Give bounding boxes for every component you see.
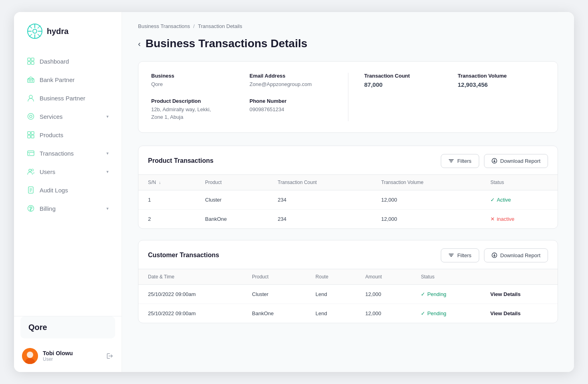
- business-icon: [27, 94, 35, 102]
- customer-transactions-actions: Filters Download Report: [441, 248, 548, 262]
- table-row: 25/10/2022 09:00am BankOne Lend 12,000 ✓…: [138, 304, 558, 323]
- download-icon: [492, 252, 497, 258]
- back-button[interactable]: ‹: [138, 39, 141, 48]
- user-role: User: [43, 356, 101, 362]
- col-route: Route: [306, 269, 356, 284]
- user-name: Tobi Olowu: [43, 350, 101, 356]
- sidebar-item-label: Services: [40, 113, 63, 120]
- cell-date: 25/10/2022 09:00am: [138, 304, 242, 323]
- sidebar-item-users[interactable]: Users ▾: [14, 162, 122, 181]
- svg-line-8: [38, 26, 40, 28]
- col-action: [481, 269, 558, 284]
- svg-rect-27: [29, 154, 30, 154]
- cell-count: 234: [268, 209, 372, 228]
- x-icon: ✕: [490, 216, 495, 222]
- svg-rect-21: [28, 132, 30, 134]
- cell-volume: 12,000: [372, 209, 481, 228]
- customer-download-button[interactable]: Download Report: [484, 248, 548, 262]
- sidebar-item-dashboard[interactable]: Dashboard: [14, 52, 122, 70]
- col-status: Status: [481, 174, 558, 190]
- logo-text: hydra: [47, 27, 68, 36]
- sidebar-item-billing[interactable]: Billing ▾: [14, 199, 122, 218]
- product-download-label: Download Report: [500, 158, 540, 164]
- product-download-button[interactable]: Download Report: [484, 154, 548, 168]
- svg-rect-16: [30, 80, 31, 82]
- breadcrumb: Business Transactions / Transaction Deta…: [138, 23, 558, 29]
- chevron-down-icon: ▾: [106, 206, 109, 211]
- product-transactions-title: Product Transactions: [148, 157, 214, 164]
- sort-icon[interactable]: ↓: [159, 180, 161, 185]
- logout-icon[interactable]: [106, 352, 114, 360]
- users-icon: [27, 168, 35, 176]
- product-desc-value: 12b, Admiralty way, Lekki, Zone 1, Abuja: [151, 106, 234, 121]
- svg-point-19: [30, 115, 32, 118]
- phone-field: Phone Number 090987651234: [250, 98, 332, 121]
- info-card: Business Qore Email Address Zone@Appzone…: [138, 61, 558, 133]
- product-filters-label: Filters: [457, 158, 471, 164]
- filters-icon: [448, 158, 454, 164]
- breadcrumb-parent[interactable]: Business Transactions: [138, 23, 190, 29]
- product-filters-button[interactable]: Filters: [441, 154, 479, 168]
- page-title: Business Transactions Details: [146, 37, 308, 50]
- customer-download-label: Download Report: [500, 252, 540, 258]
- phone-label: Phone Number: [250, 98, 332, 104]
- product-transactions-section: Product Transactions Filters: [138, 146, 558, 229]
- sidebar-item-label: Billing: [40, 205, 56, 212]
- view-details-button[interactable]: View Details: [490, 310, 521, 316]
- product-transactions-table-container: S/N ↓ Product Transaction Count Transact…: [138, 174, 558, 228]
- sidebar-item-products[interactable]: Products: [14, 126, 122, 144]
- transaction-count-stat: Transaction Count 87,000: [364, 73, 452, 88]
- sidebar-item-services[interactable]: Services ▾: [14, 107, 122, 126]
- status-badge: ✓ Pending: [421, 291, 471, 297]
- cell-amount: 12,000: [356, 304, 411, 323]
- svg-line-9: [29, 34, 32, 37]
- col-transaction-volume: Transaction Volume: [372, 174, 481, 190]
- transaction-count-label: Transaction Count: [364, 73, 452, 79]
- transaction-volume-stat: Transaction Volume 12,903,456: [458, 73, 545, 88]
- svg-rect-25: [28, 151, 34, 156]
- business-field: Business Qore: [151, 73, 234, 88]
- cell-product: Cluster: [196, 190, 268, 209]
- customer-filters-button[interactable]: Filters: [441, 248, 479, 262]
- sidebar-nav: Dashboard Bank Partner: [14, 49, 122, 316]
- filters-icon: [448, 252, 454, 258]
- info-left-section: Business Qore Email Address Zone@Appzone…: [151, 73, 348, 121]
- sidebar-item-transactions[interactable]: Transactions ▾: [14, 144, 122, 162]
- sidebar-business: Qore: [20, 316, 115, 338]
- col-transaction-count: Transaction Count: [268, 174, 372, 190]
- logo-area: hydra: [14, 12, 122, 49]
- sidebar-item-audit-logs[interactable]: Audit Logs: [14, 181, 122, 199]
- transaction-count-value: 87,000: [364, 81, 452, 88]
- cell-status: ✓ Active: [481, 190, 558, 209]
- breadcrumb-separator: /: [193, 23, 195, 29]
- cell-action: View Details: [481, 304, 558, 323]
- info-grid: Business Qore Email Address Zone@Appzone…: [151, 73, 332, 121]
- svg-rect-24: [31, 135, 34, 138]
- col-product: Product: [242, 269, 306, 284]
- sidebar-item-label: Dashboard: [40, 58, 69, 65]
- check-icon: ✓: [421, 310, 425, 316]
- sidebar-item-business-partner[interactable]: Business Partner: [14, 89, 122, 107]
- svg-rect-15: [29, 80, 30, 82]
- col-product: Product: [196, 174, 268, 190]
- customer-transactions-title: Customer Transactions: [148, 252, 219, 259]
- info-stats: Transaction Count 87,000 Transaction Vol…: [364, 73, 545, 88]
- cell-volume: 12,000: [372, 190, 481, 209]
- main-content: Business Transactions / Transaction Deta…: [122, 12, 574, 372]
- svg-rect-13: [31, 62, 34, 64]
- business-label: Business: [151, 73, 234, 79]
- sidebar-item-bank-partner[interactable]: Bank Partner: [14, 70, 122, 89]
- email-value: Zone@Appzonegroup.com: [250, 80, 332, 88]
- billing-icon: [27, 204, 35, 212]
- page-header: ‹ Business Transactions Details: [138, 37, 558, 50]
- svg-rect-10: [28, 58, 30, 61]
- cell-sn: 2: [138, 209, 196, 228]
- svg-line-7: [38, 34, 40, 37]
- check-icon: ✓: [421, 291, 425, 297]
- view-details-button[interactable]: View Details: [490, 291, 521, 297]
- customer-filters-label: Filters: [457, 252, 471, 258]
- customer-transactions-table: Date & Time Product Route Amount Status …: [138, 269, 558, 323]
- svg-point-36: [27, 352, 33, 358]
- product-desc-label: Product Description: [151, 98, 234, 104]
- cell-action: View Details: [481, 284, 558, 304]
